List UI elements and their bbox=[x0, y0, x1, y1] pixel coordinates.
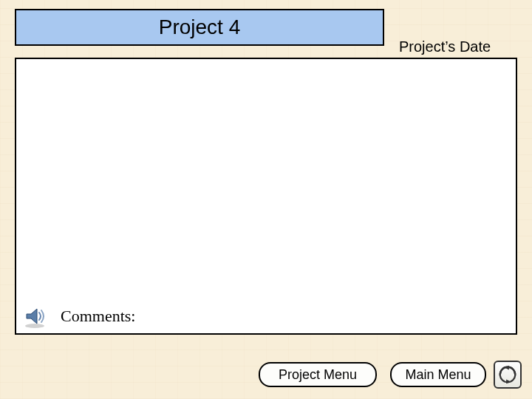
return-icon[interactable] bbox=[494, 361, 522, 389]
project-date-label: Project’s Date bbox=[399, 38, 491, 55]
project-menu-button[interactable]: Project Menu bbox=[259, 362, 377, 387]
speaker-icon[interactable] bbox=[22, 304, 47, 329]
comments-label: Comments: bbox=[61, 307, 135, 326]
svg-point-0 bbox=[25, 324, 44, 328]
page-title: Project 4 bbox=[159, 16, 241, 39]
comments-row: Comments: bbox=[16, 299, 516, 333]
title-bar: Project 4 bbox=[15, 9, 384, 46]
project-menu-label: Project Menu bbox=[279, 367, 357, 383]
main-menu-label: Main Menu bbox=[405, 367, 471, 383]
content-panel: Comments: bbox=[15, 58, 517, 335]
main-menu-button[interactable]: Main Menu bbox=[390, 362, 486, 387]
